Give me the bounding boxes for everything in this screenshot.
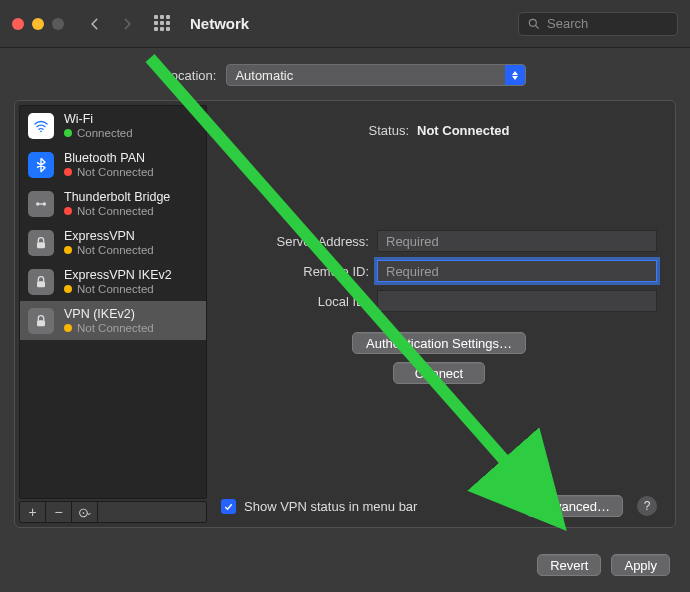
svg-point-0 <box>529 19 536 26</box>
sidebar-item-expressvpn[interactable]: ExpressVPN Not Connected <box>20 223 206 262</box>
sidebar-item-status: Not Connected <box>77 282 154 296</box>
sidebar-item-status: Not Connected <box>77 204 154 218</box>
show-vpn-status-label: Show VPN status in menu bar <box>244 499 417 514</box>
svg-point-2 <box>40 130 42 132</box>
sidebar-item-label: Bluetooth PAN <box>64 151 154 165</box>
search-icon <box>527 17 541 31</box>
select-stepper-icon <box>505 65 525 85</box>
window-title: Network <box>190 15 249 32</box>
sidebar-item-label: Wi-Fi <box>64 112 133 126</box>
add-service-button[interactable]: + <box>20 502 46 522</box>
advanced-button[interactable]: Advanced… <box>526 495 623 517</box>
search-placeholder: Search <box>547 16 588 31</box>
search-input[interactable]: Search <box>518 12 678 36</box>
status-label: Status: <box>369 123 409 138</box>
status-value: Not Connected <box>417 123 509 138</box>
detail-footer: Show VPN status in menu bar Advanced… ? <box>221 495 657 517</box>
svg-rect-7 <box>37 281 45 287</box>
local-id-input[interactable] <box>377 290 657 312</box>
service-list[interactable]: Wi-Fi Connected Bluetooth PAN Not Connec… <box>19 105 207 499</box>
location-label: Location: <box>164 68 217 83</box>
lock-icon <box>28 230 54 256</box>
sidebar-item-thunderbolt-bridge[interactable]: Thunderbolt Bridge Not Connected <box>20 184 206 223</box>
svg-rect-8 <box>37 320 45 326</box>
location-value: Automatic <box>235 68 293 83</box>
checkmark-icon <box>223 501 234 512</box>
sidebar-item-status: Not Connected <box>77 243 154 257</box>
status-dot-icon <box>64 207 72 215</box>
service-sidebar: Wi-Fi Connected Bluetooth PAN Not Connec… <box>15 101 211 527</box>
sidebar-item-status: Not Connected <box>77 321 154 335</box>
show-vpn-status-checkbox[interactable] <box>221 499 236 514</box>
revert-button[interactable]: Revert <box>537 554 601 576</box>
sidebar-item-label: Thunderbolt Bridge <box>64 190 170 204</box>
thunderbolt-icon <box>28 191 54 217</box>
server-address-input[interactable]: Required <box>377 230 657 252</box>
sidebar-item-status: Connected <box>77 126 133 140</box>
local-id-label: Local ID: <box>221 294 369 309</box>
sidebar-item-label: VPN (IKEv2) <box>64 307 154 321</box>
sidebar-item-label: ExpressVPN <box>64 229 154 243</box>
remote-id-label: Remote ID: <box>221 264 369 279</box>
svg-rect-5 <box>38 203 45 204</box>
forward-button[interactable] <box>116 13 138 35</box>
lock-icon <box>28 269 54 295</box>
connection-status-row: Status: Not Connected <box>221 123 657 138</box>
sidebar-item-bluetooth-pan[interactable]: Bluetooth PAN Not Connected <box>20 145 206 184</box>
sidebar-item-expressvpn-ikev2[interactable]: ExpressVPN IKEv2 Not Connected <box>20 262 206 301</box>
location-select[interactable]: Automatic <box>226 64 526 86</box>
bluetooth-icon <box>28 152 54 178</box>
apply-button[interactable]: Apply <box>611 554 670 576</box>
svg-line-1 <box>536 25 539 28</box>
sidebar-footer: + − ⊙⌄ <box>19 501 207 523</box>
zoom-window-button[interactable] <box>52 18 64 30</box>
authentication-settings-button[interactable]: Authentication Settings… <box>352 332 526 354</box>
location-row: Location: Automatic <box>0 48 690 100</box>
lock-icon <box>28 308 54 334</box>
wifi-icon <box>28 113 54 139</box>
remote-id-input[interactable]: Required <box>377 260 657 282</box>
status-dot-icon <box>64 285 72 293</box>
window-traffic-lights <box>12 18 64 30</box>
status-dot-icon <box>64 246 72 254</box>
remove-service-button[interactable]: − <box>46 502 72 522</box>
sidebar-item-vpn-ikev2[interactable]: VPN (IKEv2) Not Connected <box>20 301 206 340</box>
window-footer: Revert Apply <box>537 554 670 576</box>
sidebar-item-wifi[interactable]: Wi-Fi Connected <box>20 106 206 145</box>
show-all-prefs-button[interactable] <box>154 15 172 33</box>
service-actions-menu[interactable]: ⊙⌄ <box>72 502 98 522</box>
main-panel: Wi-Fi Connected Bluetooth PAN Not Connec… <box>14 100 676 528</box>
sidebar-item-label: ExpressVPN IKEv2 <box>64 268 172 282</box>
detail-pane: Status: Not Connected Server Address: Re… <box>211 101 675 527</box>
remote-id-row: Remote ID: Required <box>221 260 657 282</box>
remote-id-placeholder: Required <box>386 264 439 279</box>
server-address-placeholder: Required <box>386 234 439 249</box>
detail-button-stack: Authentication Settings… Connect <box>221 332 657 384</box>
local-id-row: Local ID: <box>221 290 657 312</box>
sidebar-item-status: Not Connected <box>77 165 154 179</box>
titlebar: Network Search <box>0 0 690 48</box>
status-dot-icon <box>64 168 72 176</box>
help-button[interactable]: ? <box>637 496 657 516</box>
status-dot-icon <box>64 324 72 332</box>
connect-button[interactable]: Connect <box>393 362 485 384</box>
server-address-row: Server Address: Required <box>221 230 657 252</box>
server-address-label: Server Address: <box>221 234 369 249</box>
status-dot-icon <box>64 129 72 137</box>
svg-rect-6 <box>37 242 45 248</box>
back-button[interactable] <box>84 13 106 35</box>
minimize-window-button[interactable] <box>32 18 44 30</box>
close-window-button[interactable] <box>12 18 24 30</box>
